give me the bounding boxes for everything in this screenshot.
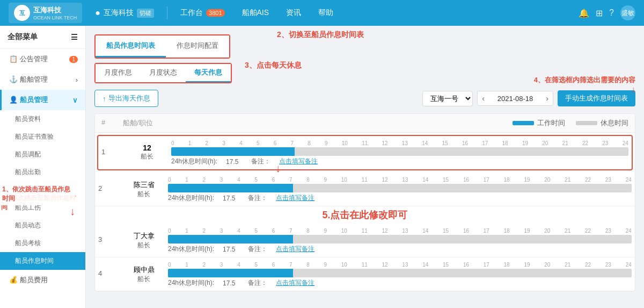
- sub-tab-monthly[interactable]: 月度作息: [96, 64, 141, 82]
- grid-icon[interactable]: ⊞: [596, 8, 603, 18]
- sidebar-subitem-assessment[interactable]: 船员考核: [0, 234, 85, 252]
- header-icons: 🔔 ⊞ ? 盛敏: [579, 5, 635, 20]
- sub-tab-daily[interactable]: 每天作息: [186, 64, 231, 82]
- sidebar-item-announcement[interactable]: 📋 公告管理 1: [0, 49, 85, 69]
- rest-info-4: 24h休息时间(h): 17.5 备注： 点击填写备注: [168, 278, 632, 288]
- nav-ais[interactable]: 船舶AIS: [238, 6, 274, 20]
- tabs-section: 2、切换至船员作息时间表 船员作息时间表 作息时间配置: [94, 34, 635, 83]
- sidebar-subitem-signal[interactable]: 船员信令: [0, 181, 85, 199]
- bar-blue-4[interactable]: [168, 269, 293, 277]
- divider: [167, 6, 167, 19]
- note-link-1[interactable]: 点击填写备注: [279, 157, 318, 166]
- timeline-3: 0123456789101112131415161718192021222324…: [168, 227, 632, 254]
- current-page-brand: ● 互海科技 切磋: [91, 6, 158, 20]
- bar-blue-1[interactable]: [171, 147, 295, 156]
- chevron-down-icon: ∨: [72, 96, 78, 104]
- table-row: 1 12 船长 01234567891011121314151617181920…: [98, 136, 632, 169]
- upload-icon: ↑: [103, 95, 106, 103]
- sidebar-subitem-attendance[interactable]: 船员出勤: [0, 163, 85, 181]
- sub-tabs-inner: 月度作息 月度状态 每天作息: [96, 64, 231, 82]
- sidebar-toggle-icon[interactable]: ☰: [71, 33, 78, 41]
- bar-4[interactable]: [168, 269, 632, 277]
- sidebar-subitem-injury[interactable]: 船员工伤: [0, 199, 85, 217]
- sidebar-subitem-dispatch[interactable]: 船员调配: [0, 146, 85, 163]
- crew-num-4: 4: [98, 261, 120, 277]
- sidebar-subitem-cert[interactable]: 船员证书查验: [0, 128, 85, 146]
- timeline-2: 0123456789101112131415161718192021222324…: [168, 176, 632, 203]
- col-num: #: [101, 118, 123, 128]
- vessel-icon: ⚓: [9, 75, 18, 83]
- legend-work: 工作时间: [513, 118, 565, 128]
- tab-rest-schedule[interactable]: 船员作息时间表: [96, 35, 166, 58]
- sidebar: 全部菜单 ☰ 📋 公告管理 1 ⚓ 船舶管理 › 👤 船员管理 ∨ 船员资料 船: [0, 26, 86, 308]
- sidebar-item-vessel[interactable]: ⚓ 船舶管理 ›: [0, 69, 85, 90]
- bar-blue-3[interactable]: [168, 235, 293, 243]
- rest-info-2: 24h休息时间(h): 17.5 备注： 点击填写备注: [168, 194, 632, 203]
- table-row: 2 陈三省 船长 0123456789101112131415161718192…: [95, 173, 635, 206]
- bar-gray-2[interactable]: [293, 184, 632, 192]
- question-icon[interactable]: ?: [609, 8, 614, 18]
- sidebar-subitem-crew-info[interactable]: 船员资料: [0, 110, 85, 128]
- date-prev-button[interactable]: ‹: [478, 91, 489, 105]
- crew-info-3: 丁大拿 船长: [120, 227, 168, 250]
- crew-info-1: 12 船长: [123, 139, 171, 161]
- table-row: 3 丁大拿 船长 0123456789101112131415161718192…: [95, 224, 635, 257]
- tab-rest-config[interactable]: 作息时间配置: [166, 35, 229, 58]
- rest-color-swatch: [576, 121, 597, 125]
- crew-info-4: 顾中鼎 船长: [120, 261, 168, 284]
- work-color-swatch: [513, 121, 534, 125]
- filter-row: 互海一号 ‹ 2021-08-18 › 手动生成作息时间表: [422, 90, 635, 106]
- date-navigator: ‹ 2021-08-18 ›: [477, 91, 553, 106]
- main-tab-wrapper: 船员作息时间表 作息时间配置: [94, 34, 230, 59]
- main-tabs-inner: 船员作息时间表 作息时间配置: [96, 35, 229, 58]
- sub-tabs-section: 3、点击每天休息 月度作息 月度状态 每天作息: [94, 63, 635, 83]
- table-header: # 船舶/职位 工作时间 休息时间: [95, 114, 635, 133]
- chevron-right-icon: ›: [76, 76, 78, 84]
- sub-tab-monthly-status[interactable]: 月度状态: [141, 64, 186, 82]
- nav-news[interactable]: 资讯: [282, 6, 305, 20]
- bar-blue-2[interactable]: [168, 184, 293, 192]
- notification-icon[interactable]: 🔔: [579, 8, 589, 18]
- filter-area: 4、在筛选框内筛选出需要的内容 ↓ 互海一号 ‹ 2021-08-18 › 手动…: [422, 90, 635, 106]
- sidebar-subitem-rest-time[interactable]: 船员作息时间: [0, 252, 85, 270]
- export-button[interactable]: ↑ 导出海天作息: [94, 90, 158, 107]
- bar-2-container: ↓: [168, 184, 632, 192]
- sidebar-subitem-dynamics[interactable]: 船员动态: [0, 217, 85, 234]
- crew-num-2: 2: [98, 176, 120, 192]
- legend-rest: 休息时间: [576, 118, 628, 128]
- crew-info-2: 陈三省 船长: [120, 176, 168, 199]
- bar-1[interactable]: [171, 147, 628, 156]
- nav-help[interactable]: 帮助: [314, 6, 338, 20]
- col-crew: 船舶/职位: [123, 118, 171, 128]
- logo-text: 互海科技 OCEAN LINK TECH: [33, 5, 77, 20]
- note-link-2[interactable]: 点击填写备注: [276, 194, 314, 203]
- nav-workbench[interactable]: 工作台 3801: [176, 6, 229, 20]
- table-row: 4 顾中鼎 船长 0123456789101112131415161718192…: [95, 257, 635, 291]
- time-numbers-4: 0123456789101112131415161718192021222324: [168, 262, 632, 268]
- crew-table: # 船舶/职位 工作时间 休息时间 1: [94, 113, 635, 291]
- crew-row-1-wrapper: 1 12 船长 01234567891011121314151617181920…: [97, 135, 633, 170]
- date-next-button[interactable]: ›: [541, 91, 553, 105]
- crew-icon: 👤: [9, 96, 18, 104]
- bar-3[interactable]: [168, 235, 632, 243]
- user-avatar[interactable]: 盛敏: [620, 5, 635, 20]
- main-tabs: 船员作息时间表 作息时间配置: [94, 34, 635, 59]
- logo: 互 互海科技 OCEAN LINK TECH: [9, 3, 82, 23]
- bar-gray-1[interactable]: [295, 147, 628, 156]
- announcement-icon: 📋: [9, 55, 18, 63]
- bar-gray-4[interactable]: [293, 269, 632, 277]
- sub-tabs: 月度作息 月度状态 每天作息: [94, 63, 635, 83]
- sub-tab-wrapper: 月度作息 月度状态 每天作息: [94, 63, 232, 83]
- bar-2[interactable]: [168, 184, 632, 192]
- note-link-3[interactable]: 点击填写备注: [276, 245, 314, 254]
- vessel-select[interactable]: 互海一号: [422, 91, 473, 106]
- rest-info-3: 24h休息时间(h): 17.5 备注： 点击填写备注: [168, 245, 632, 254]
- toolbar-row: ↑ 导出海天作息 4、在筛选框内筛选出需要的内容 ↓ 互海一号 ‹ 2021-0…: [94, 90, 635, 107]
- generate-button[interactable]: 手动生成作息时间表: [558, 90, 635, 106]
- bar-gray-3[interactable]: [293, 235, 632, 243]
- main-layout: 全部菜单 ☰ 📋 公告管理 1 ⚓ 船舶管理 › 👤 船员管理 ∨ 船员资料 船: [0, 26, 644, 308]
- expense-icon: 💰: [9, 276, 18, 284]
- sidebar-item-expense[interactable]: 💰 船员费用: [0, 270, 85, 290]
- note-link-4[interactable]: 点击填写备注: [276, 278, 314, 288]
- sidebar-item-crew[interactable]: 👤 船员管理 ∨: [0, 90, 85, 110]
